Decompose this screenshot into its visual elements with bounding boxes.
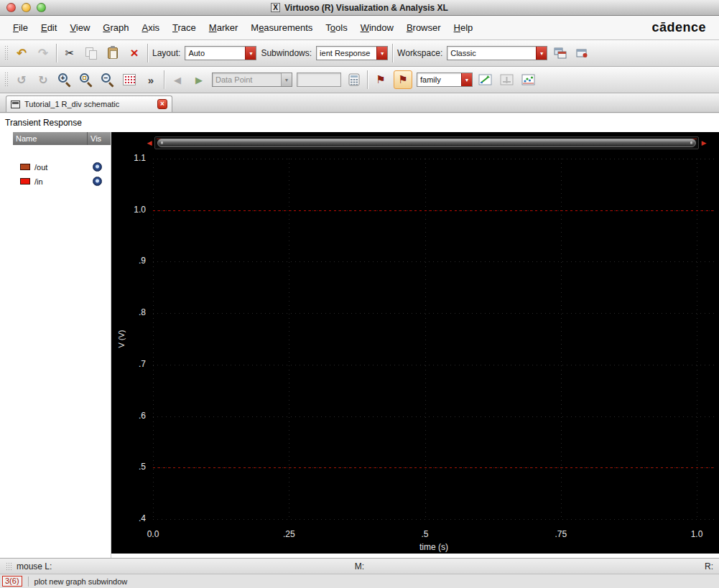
message-count-badge[interactable]: 3(6)	[2, 576, 22, 587]
red-dots-grid-icon	[123, 74, 136, 85]
point-value-field[interactable]	[297, 73, 341, 87]
next-subwindow-button[interactable]: ▶	[190, 70, 208, 89]
workspace-combo-arrow-icon[interactable]: ▼	[536, 47, 547, 60]
menu-view[interactable]: View	[64, 19, 96, 36]
zoom-in-button[interactable]: +	[56, 70, 73, 89]
menu-axis[interactable]: Axis	[136, 19, 165, 36]
toolbar-overflow-button[interactable]: »	[142, 70, 159, 89]
delete-button[interactable]: ×	[126, 44, 143, 62]
zoom-redo-button[interactable]: ↻	[34, 70, 52, 89]
copy-button[interactable]	[83, 44, 100, 62]
close-window-button[interactable]	[6, 3, 16, 12]
right-arrow-icon: ▶	[195, 75, 203, 85]
y-gridline	[153, 416, 715, 417]
x-axis-zoom-slider[interactable]: ◀ ▶	[146, 135, 708, 151]
visibility-eye-icon[interactable]	[93, 162, 102, 172]
visibility-eye-icon[interactable]	[93, 177, 102, 186]
menu-measurements[interactable]: Measurements	[245, 19, 318, 36]
window-red-dot-icon	[575, 47, 588, 59]
plot-canvas[interactable]: ◀ ▶ V (V) time (s) 1.11.0.9.8.7.6.5.40.0…	[111, 132, 719, 554]
zoom-window-button[interactable]	[37, 3, 46, 12]
trace-color-swatch	[20, 164, 30, 170]
slider-left-arrow-icon[interactable]: ◀	[146, 139, 153, 146]
trace-row[interactable]: /out	[13, 160, 111, 174]
zoom-fit-button[interactable]	[78, 70, 95, 89]
toolbar-grip-icon[interactable]	[4, 45, 9, 61]
mouse-mode-combo[interactable]: Data Point ▼	[212, 73, 292, 87]
pan-graph-button[interactable]	[498, 70, 516, 89]
subwindows-combo[interactable]: ient Response ▼	[316, 46, 388, 60]
flag-icon: ⚑	[376, 73, 385, 86]
family-combo-arrow-icon[interactable]: ▼	[461, 73, 472, 86]
paste-button[interactable]	[104, 44, 121, 62]
layout-combo-arrow-icon[interactable]: ▼	[245, 47, 256, 60]
flag-button[interactable]: ⚑	[372, 70, 389, 89]
x-gridline	[153, 159, 154, 519]
undo-button[interactable]: ↶	[13, 44, 30, 62]
redo-button[interactable]: ↷	[34, 44, 52, 62]
menu-window[interactable]: Window	[355, 19, 399, 36]
menu-trace[interactable]: Trace	[167, 19, 202, 36]
menu-help[interactable]: Help	[448, 19, 479, 36]
menu-file[interactable]: File	[7, 19, 34, 36]
tab-close-button[interactable]: ×	[157, 99, 167, 109]
zoom-undo-button[interactable]: ↺	[13, 70, 30, 89]
workspace-combo-value: Classic	[447, 49, 536, 57]
calculator-icon	[348, 73, 360, 86]
scatter-graph-button[interactable]	[520, 70, 537, 89]
slider-handle[interactable]	[157, 139, 696, 147]
layout-combo[interactable]: Auto ▼	[185, 46, 256, 60]
minimize-window-button[interactable]	[22, 3, 31, 12]
toolbar-separator	[56, 44, 57, 62]
menu-graph[interactable]: Graph	[97, 19, 134, 36]
menu-edit[interactable]: Edit	[35, 19, 62, 36]
slider-track[interactable]	[154, 136, 699, 149]
y-axis-title: V (V)	[117, 330, 126, 347]
y-tick-label: .4	[113, 513, 146, 523]
save-workspace-button[interactable]	[552, 44, 569, 62]
name-column-header[interactable]: Name	[13, 132, 88, 145]
strip-chart-button[interactable]	[121, 70, 138, 89]
scatter-plot-icon	[521, 73, 536, 86]
x-gridline	[561, 159, 562, 519]
y-tick-label: 1.1	[113, 153, 146, 163]
status-message: plot new graph subwindow	[34, 577, 128, 586]
delete-x-icon: ×	[130, 47, 138, 59]
workspace-combo[interactable]: Classic ▼	[447, 46, 547, 60]
menubar: FileEditViewGraphAxisTraceMarkerMeasurem…	[0, 16, 719, 40]
fit-graph-button[interactable]	[477, 70, 494, 89]
app-window: X Virtuoso (R) Visualization & Analysis …	[0, 0, 719, 588]
menu-marker[interactable]: Marker	[203, 19, 243, 36]
x-gridline	[289, 159, 289, 519]
x-tick-label: 1.0	[679, 529, 714, 539]
toolbar-grip-icon[interactable]	[4, 72, 9, 88]
trace-name: /out	[34, 163, 93, 172]
titlebar[interactable]: X Virtuoso (R) Visualization & Analysis …	[0, 0, 719, 16]
scissors-icon: ✂	[65, 47, 75, 60]
cut-button[interactable]: ✂	[61, 44, 78, 62]
magnifier-fit-icon	[79, 73, 93, 87]
family-combo-value: family	[417, 75, 461, 84]
y-tick-label: .6	[113, 411, 146, 421]
vis-column-header[interactable]: Vis	[88, 132, 111, 145]
slider-right-arrow-icon[interactable]: ▶	[700, 139, 708, 146]
toolbar-separator	[392, 44, 393, 62]
delete-workspace-button[interactable]	[573, 44, 590, 62]
trace-row[interactable]: /in	[13, 174, 111, 188]
mouse-left-status: mouse L:	[17, 561, 52, 571]
mouse-mode-combo-arrow-icon[interactable]: ▼	[281, 73, 292, 86]
calculator-button[interactable]	[345, 70, 363, 89]
previous-subwindow-button[interactable]: ◀	[169, 70, 186, 89]
family-combo[interactable]: family ▼	[417, 73, 473, 87]
statusbar: mouse L: M: R:	[0, 558, 719, 574]
graph-title: Transient Response	[0, 113, 719, 132]
active-flag-toggle[interactable]: ⚑	[394, 70, 412, 89]
menu-browser[interactable]: Browser	[401, 19, 447, 36]
zoom-out-button[interactable]: −	[99, 70, 116, 89]
y-gridline	[153, 159, 715, 159]
menu-tools[interactable]: Tools	[320, 19, 353, 36]
tab-tutorial-1-r-div-schematic[interactable]: Tutorial_1 R_div schematic ×	[6, 95, 172, 112]
copy-icon	[85, 47, 97, 59]
mouse-middle-status: M:	[355, 561, 364, 571]
subwindows-combo-arrow-icon[interactable]: ▼	[376, 47, 387, 60]
